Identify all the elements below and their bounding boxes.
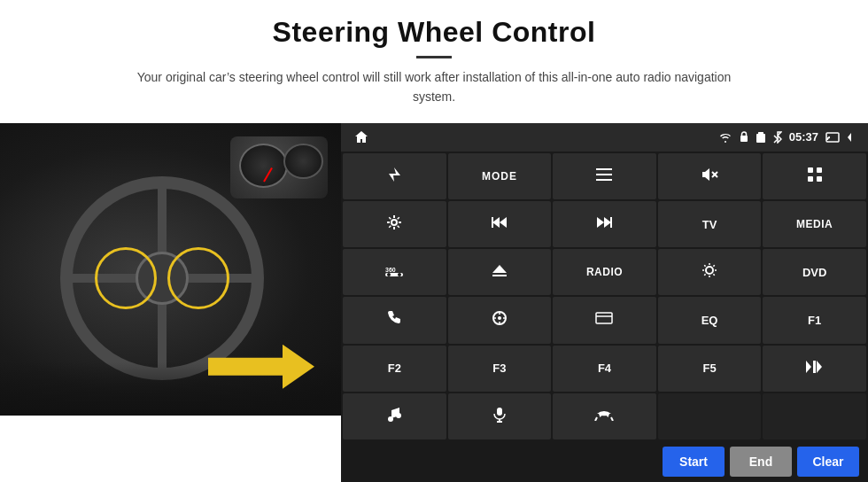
svg-rect-12: [817, 176, 822, 182]
page-title: Steering Wheel Control: [18, 16, 850, 49]
svg-rect-11: [808, 176, 813, 182]
svg-rect-36: [497, 408, 502, 416]
bluetooth-icon: [773, 131, 782, 144]
svg-marker-31: [806, 361, 811, 373]
svg-marker-24: [492, 265, 507, 273]
buttons-grid: MODE: [341, 152, 868, 441]
back-icon[interactable]: [847, 132, 859, 143]
svg-marker-17: [604, 217, 611, 228]
eject-button[interactable]: [448, 249, 552, 295]
apps-button[interactable]: [763, 153, 866, 199]
360-button[interactable]: 360: [343, 249, 446, 295]
svg-point-28: [498, 316, 501, 320]
svg-rect-4: [596, 168, 612, 170]
steering-wheel: [60, 176, 264, 380]
empty-1: [658, 393, 762, 439]
svg-point-23: [398, 273, 401, 276]
svg-point-22: [387, 273, 391, 276]
steering-wheel-background: [0, 123, 341, 416]
status-bar: 05:37: [341, 123, 868, 152]
svg-rect-1: [756, 134, 765, 143]
mic-button[interactable]: [448, 393, 552, 439]
content-section: 05:37: [0, 123, 868, 482]
status-right: 05:37: [718, 130, 859, 144]
svg-text:360: 360: [385, 267, 396, 273]
svg-rect-9: [808, 167, 813, 173]
header-section: Steering Wheel Control Your original car…: [0, 0, 868, 114]
svg-line-39: [595, 417, 597, 421]
clock-display: 05:37: [789, 130, 818, 144]
f1-button[interactable]: F1: [763, 297, 866, 343]
svg-rect-25: [492, 275, 507, 276]
f2-button[interactable]: F2: [343, 346, 446, 392]
phone-button[interactable]: [343, 297, 446, 343]
end-button[interactable]: End: [730, 447, 792, 477]
sw-circle-left: [95, 247, 157, 309]
eq-button[interactable]: EQ: [658, 297, 762, 343]
next-button[interactable]: [553, 201, 656, 247]
wifi-icon: [718, 132, 732, 143]
mode-button[interactable]: MODE: [448, 153, 552, 199]
menu-button[interactable]: [553, 153, 656, 199]
svg-marker-14: [492, 217, 500, 228]
window-button[interactable]: [553, 297, 656, 343]
prev-button[interactable]: [448, 201, 552, 247]
f3-button[interactable]: F3: [448, 346, 552, 392]
svg-point-34: [388, 416, 393, 422]
control-panel: 05:37: [341, 123, 868, 482]
svg-rect-0: [740, 136, 748, 142]
svg-rect-32: [813, 361, 816, 373]
svg-point-35: [396, 413, 401, 418]
nav-button[interactable]: [448, 297, 552, 343]
tv-button[interactable]: TV: [658, 201, 762, 247]
call-end-button[interactable]: [553, 393, 656, 439]
f5-button[interactable]: F5: [658, 346, 762, 392]
page-container: Steering Wheel Control Your original car…: [0, 0, 868, 482]
svg-rect-6: [596, 179, 612, 181]
dvd-button[interactable]: DVD: [763, 249, 866, 295]
vol-mute-button[interactable]: [658, 153, 762, 199]
brightness-button[interactable]: [658, 249, 762, 295]
radio-button[interactable]: RADIO: [553, 249, 656, 295]
bottom-bar: Start End Clear: [341, 441, 868, 482]
media-button[interactable]: MEDIA: [763, 201, 866, 247]
svg-rect-10: [817, 167, 822, 173]
empty-2: [763, 393, 866, 439]
playpause-button[interactable]: [763, 346, 866, 392]
svg-rect-16: [492, 217, 493, 228]
svg-rect-2: [758, 132, 763, 135]
sw-circle-right: [167, 247, 229, 309]
navigate-button[interactable]: [343, 153, 446, 199]
cast-icon: [825, 132, 840, 143]
title-divider: [416, 56, 452, 58]
svg-marker-18: [597, 217, 604, 228]
svg-marker-33: [817, 361, 822, 373]
clear-button[interactable]: Clear: [797, 447, 859, 477]
status-left: [350, 126, 373, 149]
start-button[interactable]: Start: [663, 447, 725, 477]
lock-icon: [740, 131, 748, 143]
svg-rect-19: [610, 217, 612, 228]
svg-point-26: [706, 267, 713, 274]
subtitle: Your original car’s steering wheel contr…: [124, 67, 744, 107]
svg-rect-5: [596, 174, 612, 175]
svg-point-13: [391, 220, 397, 225]
car-image: [0, 123, 341, 416]
svg-line-40: [611, 417, 613, 421]
f4-button[interactable]: F4: [553, 346, 656, 392]
svg-rect-29: [596, 313, 612, 323]
music-button[interactable]: [343, 393, 446, 439]
sim-icon: [756, 131, 766, 144]
svg-marker-15: [500, 217, 507, 228]
home-icon[interactable]: [350, 126, 373, 149]
settings-button[interactable]: [343, 201, 446, 247]
